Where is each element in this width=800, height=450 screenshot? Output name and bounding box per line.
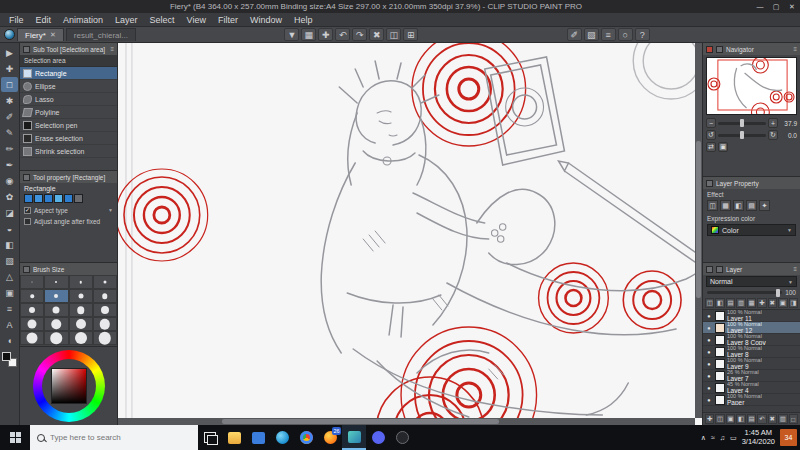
combine-layer-icon[interactable]: ▤ xyxy=(747,414,756,424)
start-button[interactable] xyxy=(0,425,30,450)
brush-size-cell[interactable] xyxy=(69,331,93,345)
help-icon[interactable]: ? xyxy=(635,28,650,41)
brush-size-cell[interactable] xyxy=(44,289,68,303)
rotate-slider[interactable] xyxy=(718,134,766,137)
tool-operation[interactable]: ▶ xyxy=(1,45,18,60)
lock-transparent-icon[interactable]: ▤ xyxy=(726,298,735,308)
subtool-item-selection-pen[interactable]: Selection pen xyxy=(20,119,117,132)
delete-layer-bottom-icon[interactable]: ✖ xyxy=(768,414,777,424)
preset-chip[interactable] xyxy=(74,194,83,203)
tool-decoration[interactable]: ✿ xyxy=(1,189,18,204)
navigator-tab-icon[interactable] xyxy=(706,46,713,53)
subtool-item-shrink-selection[interactable]: Shrink selection xyxy=(20,145,117,158)
menu-file[interactable]: File xyxy=(3,15,30,25)
menu-layer[interactable]: Layer xyxy=(109,15,144,25)
brush-size-cell[interactable] xyxy=(44,317,68,331)
clip-mask-icon[interactable]: ◫ xyxy=(705,298,714,308)
menu-edit[interactable]: Edit xyxy=(30,15,58,25)
extract-line-effect-icon[interactable]: ▤ xyxy=(746,200,757,211)
merge-layer-icon[interactable]: ◨ xyxy=(789,298,798,308)
tool-balloon[interactable]: ◖ xyxy=(1,333,18,348)
circle-icon[interactable]: ○ xyxy=(618,28,633,41)
panel-menu-icon[interactable]: ≡ xyxy=(793,46,797,52)
brush-size-cell[interactable] xyxy=(69,289,93,303)
flip-horizontal-icon[interactable]: ⇄ xyxy=(706,142,716,152)
brush-size-cell[interactable] xyxy=(69,275,93,289)
brush-size-cell[interactable] xyxy=(20,317,44,331)
volume-icon[interactable]: ♫ xyxy=(720,434,725,441)
pen-pressure-icon[interactable]: ✐ xyxy=(567,28,582,41)
tool-eyedropper[interactable]: ✐ xyxy=(1,109,18,124)
panel-tab-icon[interactable] xyxy=(23,266,30,273)
brush-size-cell[interactable] xyxy=(44,331,68,345)
tool-eraser[interactable]: ◪ xyxy=(1,205,18,220)
tool-frame[interactable]: ▣ xyxy=(1,285,18,300)
notification-center-button[interactable]: 34 xyxy=(780,429,797,446)
add-icon[interactable]: ✚ xyxy=(318,28,333,41)
clip-studio-paint-button[interactable] xyxy=(342,425,366,450)
layer-row[interactable]: ● 100 % NormalLayer 9 xyxy=(703,358,800,370)
brush-size-cell[interactable] xyxy=(20,289,44,303)
panel-tab-icon[interactable] xyxy=(23,174,30,181)
tool-gradient[interactable]: ▧ xyxy=(1,253,18,268)
mail-app-button[interactable] xyxy=(246,425,270,450)
dropdown-icon[interactable]: ▼ xyxy=(284,28,299,41)
subtool-item-ellipse[interactable]: Ellipse xyxy=(20,80,117,93)
preset-chip[interactable] xyxy=(44,194,53,203)
search-input[interactable] xyxy=(50,433,170,442)
foreground-background-swatch[interactable] xyxy=(2,352,17,367)
brush-size-cell[interactable] xyxy=(93,289,117,303)
layer-tab-icon[interactable] xyxy=(706,266,713,273)
new-folder-bottom-icon[interactable]: ▣ xyxy=(726,414,735,424)
saturation-value-square[interactable] xyxy=(51,368,87,404)
tool-pencil[interactable]: ✏ xyxy=(1,141,18,156)
brush-size-cell[interactable] xyxy=(44,275,68,289)
draft-layer-icon[interactable]: ▥ xyxy=(736,298,745,308)
menu-view[interactable]: View xyxy=(181,15,212,25)
menu-filter[interactable]: Filter xyxy=(212,15,244,25)
transfer-layer-icon[interactable]: ◧ xyxy=(736,414,745,424)
new-vector-layer-icon[interactable]: ◫ xyxy=(715,414,724,424)
visibility-eye-icon[interactable]: ● xyxy=(705,349,713,355)
slider-knob[interactable] xyxy=(740,119,744,127)
fit-to-screen-icon[interactable]: ▣ xyxy=(718,142,728,152)
preset-chip[interactable] xyxy=(24,194,33,203)
subtool-item-polyline[interactable]: Polyline xyxy=(20,106,117,119)
tool-airbrush[interactable]: ◉ xyxy=(1,173,18,188)
layer-row[interactable]: ● 100 % NormalLayer 8 xyxy=(703,346,800,358)
brush-size-cell[interactable] xyxy=(93,317,117,331)
lock-layer-icon[interactable]: ◧ xyxy=(715,298,724,308)
undo-icon[interactable]: ↶ xyxy=(335,28,350,41)
panel-menu-icon[interactable]: ≡ xyxy=(110,46,114,52)
firefox-browser-button[interactable]: 26 xyxy=(318,425,342,450)
new-raster-layer-icon[interactable]: ✚ xyxy=(705,414,714,424)
visibility-eye-icon[interactable]: ● xyxy=(705,313,713,319)
file-explorer-button[interactable] xyxy=(222,425,246,450)
show-hidden-icons[interactable]: ∧ xyxy=(701,434,706,442)
grid-icon[interactable]: ▦ xyxy=(301,28,316,41)
layer-row[interactable]: ● 45 % NormalLayer 4 xyxy=(703,382,800,394)
edge-browser-button[interactable] xyxy=(270,425,294,450)
preset-chip[interactable] xyxy=(54,194,63,203)
maximize-button[interactable]: ▢ xyxy=(768,0,784,13)
brush-size-cell[interactable] xyxy=(93,275,117,289)
obs-app-button[interactable] xyxy=(390,425,414,450)
brush-size-cell[interactable] xyxy=(20,331,44,345)
new-layer-icon[interactable]: ✚ xyxy=(757,298,766,308)
border-effect-icon[interactable]: ◫ xyxy=(707,200,718,211)
wifi-icon[interactable]: ≈ xyxy=(711,434,715,441)
color-wheel[interactable] xyxy=(33,350,105,422)
tool-auto-select[interactable]: ✱ xyxy=(1,93,18,108)
brush-size-cell[interactable] xyxy=(20,303,44,317)
taskbar-search[interactable] xyxy=(30,425,198,450)
preset-chip[interactable] xyxy=(64,194,73,203)
tool-text[interactable]: A xyxy=(1,317,18,332)
visibility-eye-icon[interactable]: ● xyxy=(705,337,713,343)
panel-menu-icon[interactable]: ≡ xyxy=(793,266,797,272)
panel-tab-icon[interactable] xyxy=(706,180,713,187)
delete-icon[interactable]: ✖ xyxy=(369,28,384,41)
tool-blend[interactable]: ◒ xyxy=(1,221,18,236)
minimize-button[interactable]: — xyxy=(752,0,768,13)
rotate-right-icon[interactable]: ↻ xyxy=(768,130,778,140)
layer-row[interactable]: ● 26 % NormalLayer 7 xyxy=(703,370,800,382)
